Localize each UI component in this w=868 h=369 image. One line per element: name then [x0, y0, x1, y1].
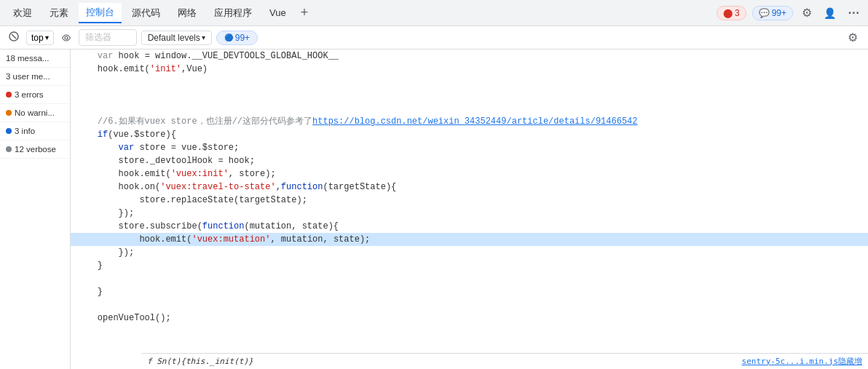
code-line: store._devtoolHook = hook; [71, 154, 868, 167]
code-text: hook.emit('vuex:mutation', mutation, sta… [76, 233, 370, 246]
context-selector[interactable]: top ▾ [26, 31, 54, 45]
code-line: store.subscribe(function(mutation, state… [71, 220, 868, 233]
comment-link[interactable]: https://blog.csdn.net/weixin_34352449/ar… [312, 116, 637, 127]
bottom-bar: f Sn(t){this._init(t)} sentry-5c...i.min… [141, 353, 868, 369]
code-text: }); [76, 246, 134, 259]
code-line [71, 89, 868, 102]
code-line: var hook = window.__VUE_DEVTOOLS_GLOBAL_… [71, 49, 868, 63]
nav-right-area: ⬤ 3 💬 99+ ⚙ 👤 ⋯ [717, 3, 862, 23]
code-line [71, 298, 868, 312]
code-line: } [71, 259, 868, 272]
level-value: Default levels [148, 33, 200, 43]
sidebar-item-user-messages[interactable]: 3 user me... [0, 68, 70, 86]
settings-button[interactable]: ⚙ [799, 3, 815, 23]
code-line: hook.on('vuex:travel-to-state',function(… [71, 180, 868, 194]
code-line: openVueTool(); [71, 312, 868, 325]
code-line [71, 272, 868, 285]
sidebar-label-verbose: 12 verbose [15, 145, 56, 154]
code-text: }); [76, 207, 134, 220]
code-text [76, 272, 82, 285]
sidebar-label-warnings: No warni... [15, 108, 55, 117]
add-tab-button[interactable]: + [296, 4, 313, 22]
nav-tab-sources[interactable]: 源代码 [125, 4, 167, 23]
top-nav: 欢迎 元素 控制台 源代码 网络 应用程序 Vue + ⬤ 3 💬 99+ ⚙ … [0, 0, 868, 26]
context-value: top [31, 33, 44, 43]
error-dot-icon [6, 92, 12, 98]
level-selector[interactable]: Default levels ▾ [141, 31, 212, 45]
code-text [76, 102, 82, 115]
code-text [76, 76, 82, 89]
code-line [71, 102, 868, 115]
code-line: store.replaceState(targetState); [71, 194, 868, 207]
sidebar-item-all-messages[interactable]: 18 messa... [0, 49, 70, 68]
code-line: }); [71, 207, 868, 220]
context-dropdown-icon: ▾ [45, 33, 49, 41]
sidebar-item-warnings[interactable]: No warni... [0, 104, 70, 122]
nav-tab-application[interactable]: 应用程序 [207, 4, 259, 23]
code-text: var store = vue.$store; [76, 141, 239, 154]
sidebar-label-all-messages: 18 messa... [6, 54, 49, 63]
bottom-line-code: f Sn(t){this._init(t)} [147, 355, 253, 368]
badge-count: 99+ [235, 33, 250, 43]
filter-placeholder: 筛选器 [85, 32, 111, 42]
sidebar-item-info[interactable]: 3 info [0, 122, 70, 140]
code-text: store.replaceState(targetState); [76, 194, 307, 207]
nav-tab-welcome[interactable]: 欢迎 [6, 4, 39, 23]
filter-input[interactable]: 筛选器 [79, 29, 137, 46]
verbose-dot-icon [6, 146, 12, 152]
code-line: if(vue.$store){ [71, 128, 868, 141]
warn-badge: 💬 99+ [752, 6, 793, 20]
code-text: hook.on('vuex:travel-to-state',function(… [76, 180, 396, 194]
code-line: }); [71, 246, 868, 259]
code-text: hook.emit('vuex:init', store); [76, 167, 276, 180]
info-dot-icon [6, 128, 12, 134]
code-content: var hook = window.__VUE_DEVTOOLS_GLOBAL_… [71, 49, 868, 341]
code-text [76, 89, 82, 102]
sidebar-label-user-messages: 3 user me... [6, 72, 50, 81]
warning-dot-icon [6, 110, 12, 116]
code-text: //6.如果有vuex store，也注册//这部分代码参考了https://b… [76, 115, 638, 128]
code-text: store.subscribe(function(mutation, state… [76, 220, 339, 233]
code-area[interactable]: var hook = window.__VUE_DEVTOOLS_GLOBAL_… [71, 49, 868, 369]
nav-tab-elements[interactable]: 元素 [42, 4, 76, 23]
main-area: 18 messa... 3 user me... 3 errors No war… [0, 49, 868, 369]
error-icon: ⬤ [723, 8, 733, 18]
sidebar-item-errors[interactable]: 3 errors [0, 86, 70, 104]
svg-line-1 [12, 34, 16, 39]
sidebar-label-errors: 3 errors [15, 90, 44, 99]
badge-dot-icon: 🔵 [224, 33, 233, 41]
svg-point-2 [65, 36, 68, 39]
nav-tab-console[interactable]: 控制台 [79, 3, 122, 23]
clear-console-icon[interactable] [6, 30, 22, 45]
nav-tab-network[interactable]: 网络 [170, 4, 204, 23]
more-button[interactable]: ⋯ [845, 3, 862, 23]
code-text: } [76, 285, 103, 298]
message-count-badge: 🔵 99+ [216, 31, 258, 45]
code-line: var store = vue.$store; [71, 141, 868, 154]
warn-icon: 💬 [759, 8, 770, 18]
sidebar: 18 messa... 3 user me... 3 errors No war… [0, 49, 71, 369]
code-text [76, 298, 82, 312]
error-count: 3 [735, 8, 740, 18]
console-toolbar: top ▾ 筛选器 Default levels ▾ 🔵 99+ ⚙ [0, 26, 868, 49]
eye-filter-icon[interactable] [58, 31, 74, 45]
code-line: } [71, 285, 868, 298]
code-text: store._devtoolHook = hook; [76, 154, 255, 167]
nav-tab-vue[interactable]: Vue [262, 4, 293, 21]
console-settings-icon[interactable]: ⚙ [843, 29, 862, 46]
code-line-highlighted: hook.emit('vuex:mutation', mutation, sta… [71, 233, 868, 246]
level-dropdown-icon: ▾ [202, 33, 205, 41]
code-line-comment: //6.如果有vuex store，也注册//这部分代码参考了https://b… [71, 115, 868, 128]
code-line: hook.emit('init',Vue) [71, 63, 868, 76]
account-button[interactable]: 👤 [821, 4, 839, 22]
sidebar-label-info: 3 info [15, 127, 35, 135]
warn-count: 99+ [772, 8, 786, 18]
code-line [71, 76, 868, 89]
sidebar-item-verbose[interactable]: 12 verbose [0, 140, 70, 159]
code-text: if(vue.$store){ [76, 128, 176, 141]
source-link[interactable]: sentry-5c...i.min.js隐藏增 [742, 355, 862, 368]
code-text: var hook = window.__VUE_DEVTOOLS_GLOBAL_… [76, 49, 339, 63]
code-line: hook.emit('vuex:init', store); [71, 167, 868, 180]
code-text: hook.emit('init',Vue) [76, 63, 208, 76]
code-text: openVueTool(); [76, 312, 171, 325]
